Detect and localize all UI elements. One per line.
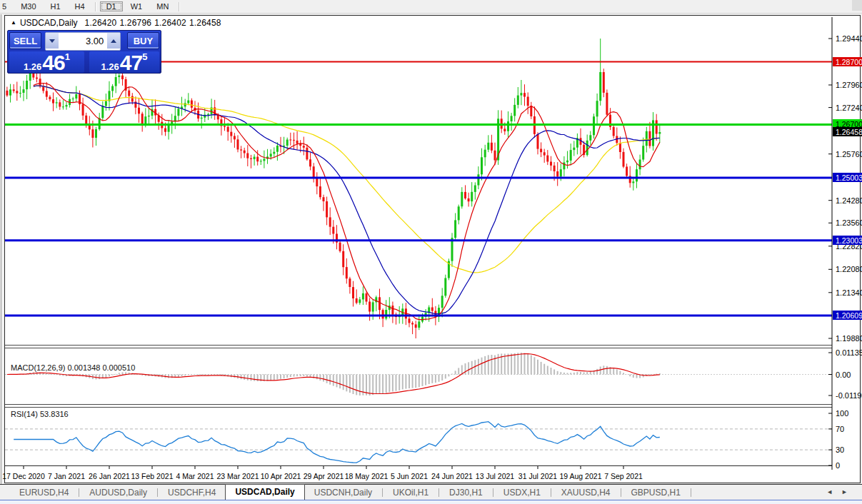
toolbar-corner-block	[852, 0, 862, 11]
chart-canvas[interactable]	[5, 16, 860, 483]
tab-ukoil-h1[interactable]: UKOil,H1	[384, 486, 438, 499]
date-axis-label: 5 Jun 2021	[391, 472, 428, 480]
buy-price-display[interactable]: 1.26475	[89, 51, 159, 73]
timeframe-button-h4[interactable]: H4	[69, 1, 91, 11]
date-axis-label: 7 Sep 2021	[604, 472, 643, 480]
triangle-up-icon	[111, 39, 116, 43]
tab-usdchf-h4[interactable]: USDCHF,H4	[159, 486, 225, 499]
sell-price-small: 1.26	[24, 61, 41, 72]
timeframe-button-5[interactable]: 5	[1, 1, 13, 11]
price-tick-label: 1.29440	[836, 34, 862, 43]
macd-tick-label: 0.01135	[836, 348, 862, 357]
price-level-badge: 1.28700	[833, 57, 862, 66]
timeframe-toolbar: 5M30H1H4D1W1MN	[0, 0, 862, 14]
workspace-left-edge	[1, 14, 1, 484]
macd-value-1: 0.001348	[67, 363, 100, 372]
tab-scroll-left-icon[interactable]: ◄	[826, 488, 841, 495]
quote-low: 1.26402	[154, 18, 186, 28]
timeframe-button-m30[interactable]: M30	[14, 1, 42, 11]
macd-tick-label: -0.01190	[836, 391, 862, 400]
price-tick-label: 1.27240	[836, 104, 862, 112]
symbol-tab-bar: EURUSD,H4AUDUSD,DailyUSDCHF,H4USDCAD,Dai…	[0, 484, 862, 500]
sell-price-sup: 1	[65, 52, 70, 61]
buy-price-big: 47	[120, 54, 142, 72]
quote-high: 1.26796	[119, 18, 151, 28]
timeframe-button-h1[interactable]: H1	[44, 1, 67, 11]
triangle-down-icon	[49, 39, 55, 43]
tab-dj30-h1[interactable]: DJ30,H1	[440, 486, 492, 499]
status-strip	[0, 500, 862, 504]
quote-open: 1.26420	[85, 18, 117, 28]
toolbar-separator	[179, 2, 180, 11]
price-level-badge: 1.20609	[833, 311, 862, 320]
sell-button[interactable]: SELL	[9, 32, 41, 49]
chart-title: ▲USDCAD,Daily1.264201.267961.264021.2645…	[11, 18, 224, 29]
tab-separator	[438, 488, 439, 497]
macd-tick-label: 0.00	[836, 371, 851, 379]
tab-eurusd-h4[interactable]: EURUSD,H4	[10, 486, 78, 499]
price-tick-label: 1.19880	[836, 334, 862, 343]
price-level-badge: 1.23003	[833, 236, 862, 245]
tab-separator	[493, 488, 493, 497]
chart-up-arrow-icon: ▲	[11, 19, 16, 26]
one-click-trade-panel: SELL 3.00 BUY 1.26461 1.26475	[7, 30, 161, 74]
tab-audusd-daily[interactable]: AUDUSD,Daily	[80, 486, 156, 499]
date-axis-label: 19 Aug 2021	[560, 472, 602, 480]
date-axis-label: 24 Jun 2021	[431, 472, 473, 480]
buy-price-sup: 5	[142, 52, 147, 61]
tab-usdcnh-daily[interactable]: USDCNH,Daily	[305, 486, 381, 499]
price-tick-label: 1.27960	[836, 81, 862, 89]
tab-gbpusd-h1[interactable]: GBPUSD,H1	[622, 486, 690, 499]
date-axis-label: 10 Apr 2021	[261, 472, 301, 480]
date-axis-label: 31 Jul 2021	[518, 472, 557, 480]
buy-button[interactable]: BUY	[127, 32, 159, 49]
tab-separator	[79, 488, 79, 497]
date-axis-label: 13 Feb 2021	[131, 472, 174, 480]
tab-separator	[382, 488, 383, 497]
tab-usdcad-daily[interactable]: USDCAD,Daily	[225, 484, 304, 500]
volume-decrease-button[interactable]	[46, 33, 59, 49]
price-level-badge: 1.26458	[833, 127, 862, 136]
date-axis-label: 13 Jul 2021	[476, 472, 514, 480]
price-tick-label: 1.23560	[836, 218, 862, 227]
tab-scroll-right-icon[interactable]: ►	[841, 488, 856, 495]
volume-field[interactable]: 3.00	[59, 33, 108, 49]
date-axis-label: 4 Mar 2021	[176, 472, 214, 480]
date-axis-label: 23 Mar 2021	[217, 472, 259, 480]
rsi-tick-label: 0	[836, 461, 840, 470]
macd-label: MACD(12,26,9) 0.001348 0.000510	[11, 363, 135, 372]
rsi-tick-label: 100	[836, 409, 848, 418]
tab-separator	[157, 488, 158, 497]
rsi-label: RSI(14) 53.8316	[11, 410, 69, 418]
tab-separator	[691, 488, 691, 497]
date-axis-label: 29 Apr 2021	[304, 472, 344, 480]
timeframe-button-mn[interactable]: MN	[150, 1, 175, 11]
timeframe-button-w1[interactable]: W1	[124, 1, 149, 11]
quote-close: 1.26458	[189, 18, 221, 28]
buy-price-small: 1.26	[101, 61, 119, 72]
timeframe-button-d1[interactable]: D1	[100, 1, 123, 11]
price-tick-label: 1.21340	[836, 288, 862, 297]
macd-value-2: 0.000510	[102, 363, 135, 372]
tab-separator	[621, 488, 621, 497]
rsi-tick-label: 30	[836, 445, 844, 454]
chart-window: ▲USDCAD,Daily1.264201.267961.264021.2645…	[4, 15, 861, 483]
price-level-badge: 1.25003	[833, 173, 862, 182]
tab-xauusd-h4[interactable]: XAUUSD,H4	[552, 486, 620, 499]
toolbar-separator	[95, 2, 96, 11]
rsi-value: 53.8316	[40, 410, 69, 418]
price-tick-label: 1.25760	[836, 150, 862, 158]
price-tick-label: 1.24280	[836, 196, 862, 205]
chart-quote-ohlc: 1.264201.267961.264021.26458	[85, 18, 224, 28]
volume-increase-button[interactable]	[107, 33, 120, 49]
tab-separator	[551, 488, 551, 497]
price-tick-label: 1.22080	[836, 265, 862, 273]
date-axis-label: 18 May 2021	[345, 472, 389, 480]
date-axis-label: 26 Jan 2021	[89, 472, 130, 480]
date-axis-label: 17 Dec 2020	[2, 472, 45, 480]
sell-price-display[interactable]: 1.26461	[9, 51, 84, 73]
rsi-tick-label: 70	[836, 425, 844, 433]
date-axis-label: 7 Jan 2021	[48, 472, 85, 480]
chart-symbol-label: USDCAD,Daily	[20, 18, 78, 28]
tab-usdx-h1[interactable]: USDX,H1	[494, 486, 550, 499]
